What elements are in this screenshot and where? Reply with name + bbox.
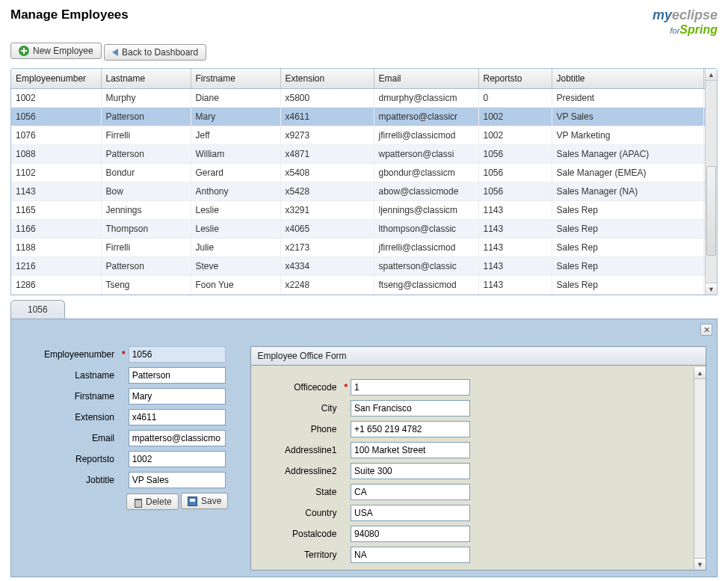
table-row[interactable]: 1143BowAnthonyx5428abow@classicmode1056S… (11, 182, 717, 201)
table-row[interactable]: 1165JenningsLesliex3291ljennings@classic… (11, 201, 717, 220)
reportsto-field[interactable] (129, 451, 226, 467)
column-header[interactable]: Jobtitle (552, 69, 704, 89)
back-to-dashboard-button[interactable]: Back to Dashboard (104, 44, 206, 61)
table-cell: Sales Rep (552, 257, 704, 276)
employee-form: Employeenumber * Lastname * Firstname * … (22, 346, 228, 571)
column-header[interactable]: Employeenumber (11, 69, 101, 89)
jobtitle-field[interactable] (129, 472, 226, 488)
table-row[interactable]: 1056PattersonMaryx4611mpatterso@classicr… (11, 108, 717, 126)
table-row[interactable]: 1188FirrelliJuliex2173jfirrelli@classicm… (11, 239, 717, 257)
table-cell: Patterson (101, 108, 191, 126)
table-cell: ftseng@classicmod (374, 276, 478, 295)
table-cell: 1143 (478, 239, 552, 257)
new-employee-button[interactable]: New Employee (10, 43, 102, 59)
table-cell: 1056 (478, 164, 552, 182)
table-cell: wpatterson@classi (374, 145, 478, 164)
back-to-dashboard-label: Back to Dashboard (122, 47, 198, 58)
trash-icon (133, 497, 142, 506)
office-form-scrollbar[interactable]: ▲ ▼ (694, 367, 706, 570)
territory-label: Territory (259, 550, 341, 560)
table-cell: President (552, 89, 704, 108)
table-cell: 1143 (478, 276, 552, 295)
table-cell: Sales Manager (NA) (552, 182, 704, 201)
table-row[interactable]: 1076FirrelliJeffx9273jfirrelli@classicmo… (11, 126, 717, 145)
delete-button[interactable]: Delete (126, 494, 179, 510)
table-row[interactable]: 1166ThompsonLesliex4065lthompson@classic… (11, 220, 717, 239)
lastname-field[interactable] (129, 367, 226, 384)
table-cell: 0 (478, 89, 552, 108)
table-cell: 1143 (11, 182, 101, 201)
state-field[interactable] (351, 484, 470, 500)
back-arrow-icon (112, 49, 118, 56)
table-cell: gbondur@classicm (374, 164, 478, 182)
table-cell: 1056 (478, 145, 552, 164)
country-field[interactable] (351, 505, 470, 521)
officecode-field[interactable] (351, 379, 470, 396)
table-row[interactable]: 1088PattersonWilliamx4871wpatterson@clas… (11, 145, 717, 164)
save-label: Save (201, 496, 221, 506)
table-row[interactable]: 1102BondurGerardx5408gbondur@classicm105… (11, 164, 717, 182)
office-form: Officecode * City* Phone* Addressline1* (251, 366, 706, 570)
save-button[interactable]: Save (181, 493, 228, 509)
save-icon (188, 497, 197, 506)
scroll-thumb[interactable] (706, 166, 716, 256)
table-cell: Diane (191, 89, 280, 108)
table-cell: 1102 (11, 164, 101, 182)
table-cell: Sales Rep (552, 239, 704, 257)
employeenumber-field[interactable] (129, 346, 226, 363)
addressline2-field[interactable] (351, 463, 470, 479)
scroll-down-arrow-icon[interactable]: ▼ (706, 283, 717, 295)
table-row[interactable]: 1216PattersonStevex4334spatterson@classi… (11, 257, 717, 276)
table-cell: x4611 (280, 108, 374, 126)
email-label: Email (22, 433, 119, 443)
territory-field[interactable] (351, 547, 470, 563)
postalcode-field[interactable] (351, 526, 470, 542)
table-cell: William (191, 145, 280, 164)
column-header[interactable]: Firstname (191, 69, 280, 89)
grid-scrollbar[interactable]: ▲ ▼ (705, 69, 717, 295)
table-cell: 1076 (11, 126, 101, 145)
scroll-up-arrow-icon[interactable]: ▲ (694, 367, 706, 379)
email-field[interactable] (129, 430, 226, 446)
table-cell: 1056 (478, 182, 552, 201)
scroll-down-arrow-icon[interactable]: ▼ (694, 558, 706, 570)
table-cell: x3291 (280, 201, 374, 220)
jobtitle-label: Jobtitle (22, 475, 119, 485)
column-header[interactable]: Email (374, 69, 478, 89)
office-form-panel: Employee Office Form Officecode * City* … (250, 346, 706, 571)
column-header[interactable]: Lastname (101, 69, 191, 89)
table-cell: 1056 (11, 108, 101, 126)
close-icon: ✕ (703, 325, 710, 335)
table-cell: 1002 (11, 89, 101, 108)
office-form-title: Employee Office Form (251, 347, 706, 366)
scroll-up-arrow-icon[interactable]: ▲ (706, 69, 717, 81)
toolbar: New Employee Back to Dashboard (0, 37, 728, 68)
table-cell: x9273 (280, 126, 374, 145)
table-row[interactable]: 1286TsengFoon Yuex2248ftseng@classicmod1… (11, 276, 717, 295)
firstname-field[interactable] (129, 388, 226, 405)
table-cell: jfirrelli@classicmod (374, 239, 478, 257)
table-row[interactable]: 1002MurphyDianex5800dmurphy@classicm0Pre… (11, 89, 717, 108)
phone-field[interactable] (351, 421, 470, 437)
table-cell: Patterson (101, 145, 191, 164)
table-cell: x2173 (280, 239, 374, 257)
table-cell: Sales Rep (552, 220, 704, 239)
table-cell: Anthony (191, 182, 280, 201)
table-cell: Sale Manager (EMEA) (552, 164, 704, 182)
table-cell: 1143 (478, 220, 552, 239)
table-cell: 1286 (11, 276, 101, 295)
table-cell: Jennings (101, 201, 191, 220)
extension-label: Extension (22, 412, 119, 422)
city-field[interactable] (351, 400, 470, 416)
table-cell: 1002 (478, 126, 552, 145)
column-header[interactable]: Extension (280, 69, 374, 89)
column-header[interactable]: Reportsto (478, 69, 552, 89)
reportsto-label: Reportsto (22, 454, 119, 464)
table-cell: Bow (101, 182, 191, 201)
addressline1-field[interactable] (351, 442, 470, 458)
close-panel-button[interactable]: ✕ (700, 324, 712, 336)
detail-tab[interactable]: 1056 (10, 300, 65, 319)
extension-field[interactable] (129, 409, 226, 425)
table-cell: x5408 (280, 164, 374, 182)
table-cell: 1143 (478, 257, 552, 276)
